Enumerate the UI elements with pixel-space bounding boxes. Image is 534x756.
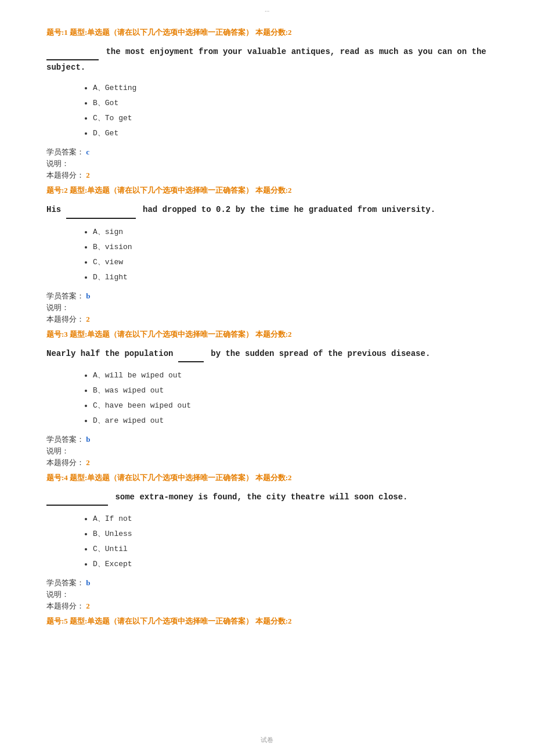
- q2-body-prefix: His: [46, 205, 66, 214]
- q4-blank: [46, 490, 108, 506]
- question-1: 题号:1 题型:单选题（请在以下几个选项中选择唯一正确答案） 本题分数:2 th…: [46, 27, 488, 181]
- q4-note-label: 说明：: [46, 590, 69, 599]
- q3-option-c: C、have been wiped out: [93, 398, 488, 413]
- question-2: 题号:2 题型:单选题（请在以下几个选项中选择唯一正确答案） 本题分数:2 Hi…: [46, 185, 488, 324]
- question-4: 题号:4 题型:单选题（请在以下几个选项中选择唯一正确答案） 本题分数:2 so…: [46, 473, 488, 611]
- q4-score: 本题得分： 2: [46, 601, 488, 611]
- q1-note: 说明：: [46, 159, 488, 169]
- q2-answer: 学员答案： b: [46, 291, 488, 301]
- q2-body: His had dropped to 0.2 by the time he gr…: [46, 203, 488, 218]
- q1-option-d: D、Get: [93, 126, 488, 141]
- q3-body: Nearly half the population by the sudden…: [46, 347, 488, 362]
- q1-option-c: C、To get: [93, 111, 488, 126]
- q1-header: 题号:1 题型:单选题（请在以下几个选项中选择唯一正确答案） 本题分数:2: [46, 27, 488, 38]
- q2-option-b: B、vision: [93, 240, 488, 255]
- q1-option-a: A、Getting: [93, 81, 488, 96]
- q2-option-a: A、sign: [93, 225, 488, 240]
- q1-options: A、Getting B、Got C、To get D、Get: [46, 81, 488, 141]
- q4-answer: 学员答案： b: [46, 578, 488, 588]
- q4-note: 说明：: [46, 589, 488, 600]
- q1-answer: 学员答案： c: [46, 147, 488, 157]
- q1-score-value: 2: [86, 171, 90, 179]
- q4-score-label: 本题得分：: [46, 602, 84, 610]
- q4-option-d: D、Except: [93, 557, 488, 572]
- q1-option-b: B、Got: [93, 96, 488, 111]
- page-footer: 试卷: [0, 736, 534, 744]
- question-5: 题号:5 题型:单选题（请在以下几个选项中选择唯一正确答案） 本题分数:2: [46, 616, 488, 627]
- q2-score-label: 本题得分：: [46, 315, 84, 323]
- q2-body-text: had dropped to 0.2 by the time he gradua…: [138, 205, 435, 214]
- q1-body: the most enjoyment from your valuable an…: [46, 45, 488, 75]
- q3-score-label: 本题得分：: [46, 458, 84, 467]
- header-text: ...: [265, 6, 269, 13]
- q3-body-text: by the sudden spread of the previous dis…: [206, 349, 430, 358]
- q3-body-prefix: Nearly half the population: [46, 349, 178, 358]
- q3-option-d: D、are wiped out: [93, 413, 488, 429]
- q4-body: some extra-money is found, the city thea…: [46, 490, 488, 506]
- q1-note-label: 说明：: [46, 159, 69, 168]
- q2-option-c: C、view: [93, 255, 488, 270]
- q2-answer-value: b: [86, 291, 90, 300]
- q4-options: A、If not B、Unless C、Until D、Except: [46, 512, 488, 572]
- q3-score-value: 2: [86, 458, 90, 467]
- q3-header: 题号:3 题型:单选题（请在以下几个选项中选择唯一正确答案） 本题分数:2: [46, 329, 488, 340]
- q4-body-text: some extra-money is found, the city thea…: [110, 492, 407, 502]
- q4-option-c: C、Until: [93, 542, 488, 557]
- q3-note-label: 说明：: [46, 447, 69, 455]
- q2-note-label: 说明：: [46, 303, 69, 312]
- q3-answer: 学员答案： b: [46, 434, 488, 445]
- q2-option-d: D、light: [93, 270, 488, 285]
- q5-header: 题号:5 题型:单选题（请在以下几个选项中选择唯一正确答案） 本题分数:2: [46, 616, 488, 627]
- q4-option-a: A、If not: [93, 512, 488, 527]
- q1-blank: [46, 45, 99, 60]
- q1-score: 本题得分： 2: [46, 170, 488, 181]
- q2-score-value: 2: [86, 315, 90, 323]
- q3-note: 说明：: [46, 446, 488, 456]
- q2-answer-label: 学员答案：: [46, 291, 84, 300]
- q3-option-b: B、was wiped out: [93, 383, 488, 398]
- q2-options: A、sign B、vision C、view D、light: [46, 225, 488, 285]
- q4-score-value: 2: [86, 602, 90, 610]
- q3-options: A、will be wiped out B、was wiped out C、ha…: [46, 368, 488, 429]
- q1-answer-label: 学员答案：: [46, 147, 84, 156]
- q2-score: 本题得分： 2: [46, 314, 488, 325]
- q4-option-b: B、Unless: [93, 527, 488, 542]
- q2-note: 说明：: [46, 303, 488, 313]
- content-area: 题号:1 题型:单选题（请在以下几个选项中选择唯一正确答案） 本题分数:2 th…: [0, 16, 534, 657]
- q1-answer-value: c: [86, 147, 89, 156]
- footer-text: 试卷: [261, 736, 273, 743]
- q2-header: 题号:2 题型:单选题（请在以下几个选项中选择唯一正确答案） 本题分数:2: [46, 185, 488, 196]
- q4-answer-value: b: [86, 578, 90, 587]
- q4-header: 题号:4 题型:单选题（请在以下几个选项中选择唯一正确答案） 本题分数:2: [46, 473, 488, 483]
- q4-answer-label: 学员答案：: [46, 578, 84, 587]
- q3-option-a: A、will be wiped out: [93, 368, 488, 383]
- q3-score: 本题得分： 2: [46, 458, 488, 468]
- q2-blank: [66, 203, 136, 218]
- q3-answer-value: b: [86, 435, 90, 444]
- page-header: ...: [0, 0, 534, 16]
- q3-blank: [178, 347, 204, 362]
- question-3: 题号:3 题型:单选题（请在以下几个选项中选择唯一正确答案） 本题分数:2 Ne…: [46, 329, 488, 468]
- q1-score-label: 本题得分：: [46, 171, 84, 179]
- q3-answer-label: 学员答案：: [46, 435, 84, 444]
- q1-body-text: the most enjoyment from your valuable an…: [46, 47, 486, 72]
